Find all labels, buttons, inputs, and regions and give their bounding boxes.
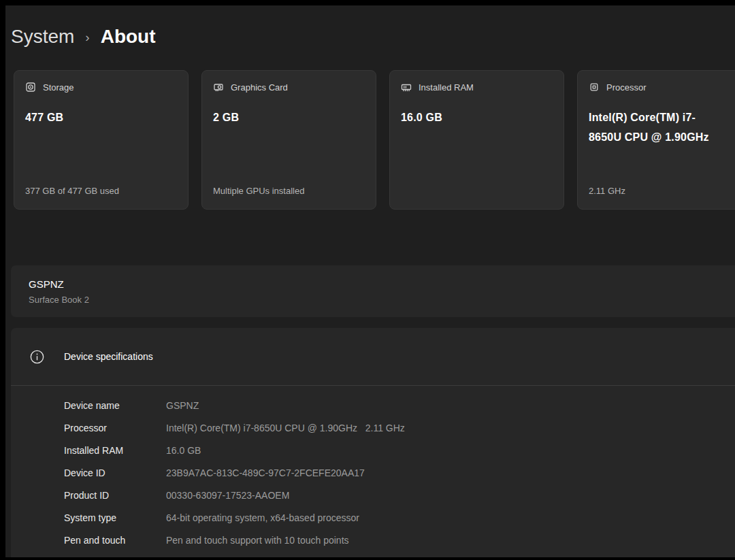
info-icon bbox=[30, 350, 44, 364]
device-name-band: GSPNZ Surface Book 2 bbox=[11, 265, 735, 317]
spec-label: Product ID bbox=[64, 490, 166, 501]
settings-system-about-page: System › About Storage 477 GB 377 GB of … bbox=[5, 5, 735, 557]
card-processor[interactable]: Processor Intel(R) Core(TM) i7-8650U CPU… bbox=[577, 70, 735, 210]
spec-label: Device name bbox=[64, 400, 166, 411]
card-label: Processor bbox=[606, 82, 647, 93]
card-subtitle: 2.11 GHz bbox=[589, 186, 625, 196]
spec-value: 23B9A7AC-813C-489C-97C7-2FCEFE20AA17 bbox=[166, 467, 365, 478]
card-value: 2 GB bbox=[213, 108, 365, 127]
spec-rows: Device name GSPNZ Processor Intel(R) Cor… bbox=[11, 386, 735, 551]
card-value: Intel(R) Core(TM) i7-8650U CPU @ 1.90GHz bbox=[589, 108, 710, 147]
spec-value: GSPNZ bbox=[166, 400, 199, 411]
card-storage-header: Storage bbox=[25, 82, 177, 93]
gpu-icon bbox=[213, 82, 224, 93]
card-label: Storage bbox=[43, 82, 74, 93]
card-graphics-header: Graphics Card bbox=[213, 82, 365, 93]
spec-label: Device ID bbox=[64, 467, 166, 478]
processor-icon bbox=[589, 82, 600, 93]
card-ram[interactable]: Installed RAM 16.0 GB bbox=[389, 70, 564, 210]
card-value: 16.0 GB bbox=[401, 108, 553, 127]
spec-row-installed-ram: Installed RAM 16.0 GB bbox=[64, 439, 735, 461]
card-subtitle: 377 GB of 477 GB used bbox=[25, 186, 119, 196]
storage-icon bbox=[25, 82, 36, 93]
spec-value: Pen and touch support with 10 touch poin… bbox=[166, 535, 349, 546]
device-model: Surface Book 2 bbox=[29, 295, 735, 305]
spec-row-system-type: System type 64-bit operating system, x64… bbox=[64, 506, 735, 529]
spec-row-device-name: Device name GSPNZ bbox=[64, 394, 735, 416]
spec-label: System type bbox=[64, 512, 166, 523]
spec-value: Intel(R) Core(TM) i7-8650U CPU @ 1.90GHz… bbox=[166, 423, 405, 433]
spec-value: 00330-63097-17523-AAOEM bbox=[166, 490, 289, 501]
card-ram-header: Installed RAM bbox=[401, 82, 553, 93]
card-graphics[interactable]: Graphics Card 2 GB Multiple GPUs install… bbox=[201, 70, 376, 210]
spec-row-pen-and-touch: Pen and touch Pen and touch support with… bbox=[64, 529, 735, 551]
device-name: GSPNZ bbox=[29, 278, 735, 291]
card-label: Installed RAM bbox=[419, 82, 474, 93]
breadcrumb-system[interactable]: System bbox=[11, 26, 74, 48]
spec-row-device-id: Device ID 23B9A7AC-813C-489C-97C7-2FCEFE… bbox=[64, 461, 735, 484]
spec-row-product-id: Product ID 00330-63097-17523-AAOEM bbox=[64, 484, 735, 506]
breadcrumb: System › About bbox=[11, 26, 156, 48]
spec-value: 64-bit operating system, x64-based proce… bbox=[166, 512, 359, 523]
device-specifications-section: Device specifications Device name GSPNZ … bbox=[11, 328, 735, 557]
section-title: Device specifications bbox=[64, 351, 153, 362]
spec-row-processor: Processor Intel(R) Core(TM) i7-8650U CPU… bbox=[64, 416, 735, 439]
spec-label: Installed RAM bbox=[64, 445, 166, 456]
ram-icon bbox=[401, 82, 412, 93]
card-storage[interactable]: Storage 477 GB 377 GB of 477 GB used bbox=[14, 70, 189, 210]
card-subtitle: Multiple GPUs installed bbox=[213, 186, 304, 196]
spec-value: 16.0 GB bbox=[166, 445, 201, 456]
spec-label: Pen and touch bbox=[64, 535, 166, 546]
page-title: About bbox=[101, 26, 156, 48]
card-label: Graphics Card bbox=[231, 82, 288, 93]
card-processor-header: Processor bbox=[589, 82, 735, 93]
breadcrumb-chevron-icon: › bbox=[85, 29, 89, 45]
spec-label: Processor bbox=[64, 423, 166, 433]
device-specifications-header[interactable]: Device specifications bbox=[11, 328, 735, 385]
card-value: 477 GB bbox=[25, 108, 177, 127]
summary-cards: Storage 477 GB 377 GB of 477 GB used Gra… bbox=[14, 70, 735, 210]
